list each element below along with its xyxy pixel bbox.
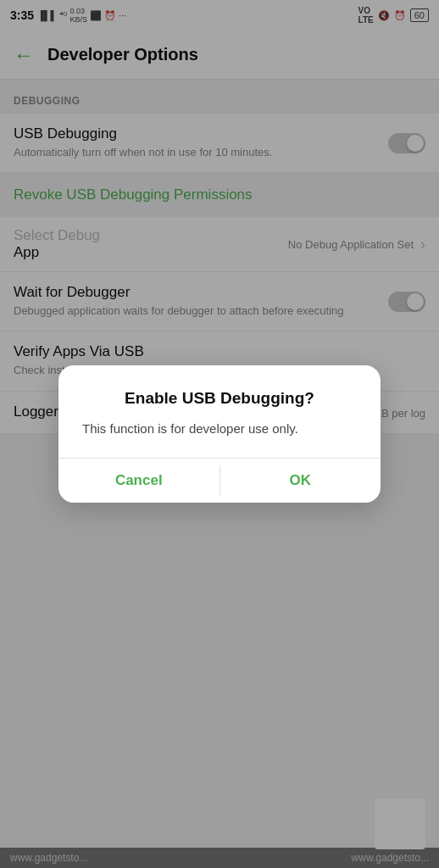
dialog-ok-button[interactable]: OK — [220, 459, 381, 503]
dialog-overlay: Enable USB Debugging? This function is f… — [0, 0, 439, 868]
dialog-actions: Cancel OK — [58, 458, 381, 503]
dialog-title: Enable USB Debugging? — [79, 389, 360, 408]
dialog-cancel-button[interactable]: Cancel — [58, 459, 220, 503]
dialog-body: This function is for developer use only. — [79, 420, 360, 439]
enable-usb-dialog: Enable USB Debugging? This function is f… — [58, 365, 381, 503]
